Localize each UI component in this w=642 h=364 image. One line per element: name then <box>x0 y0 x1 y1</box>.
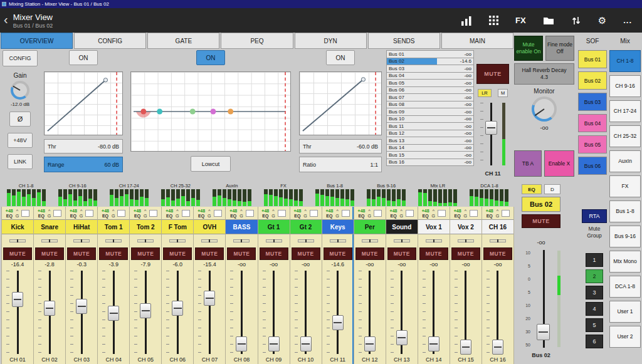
peq-graph[interactable] <box>130 71 291 152</box>
pan-slider[interactable] <box>169 239 186 242</box>
fader[interactable] <box>418 269 450 356</box>
eq-band-dot[interactable] <box>211 109 216 115</box>
mix-ch-25-32[interactable]: CH 25-32 <box>609 125 641 147</box>
mute-button[interactable]: MUTE <box>67 247 96 260</box>
gate-on-button[interactable]: ON <box>69 50 98 65</box>
pan-slider[interactable] <box>394 239 410 242</box>
fx-button[interactable]: FX <box>515 16 526 25</box>
fader-cap[interactable] <box>140 303 151 318</box>
mute-button[interactable]: MUTE <box>99 247 128 260</box>
dyn-threshold-field[interactable]: Thr -60.0 dB <box>299 139 382 153</box>
fader[interactable] <box>450 269 482 356</box>
config-button[interactable]: CONFIG <box>3 50 38 66</box>
fader-cap[interactable] <box>428 336 439 351</box>
levels-icon[interactable] <box>461 16 472 26</box>
enable-x-button[interactable]: Enable X <box>544 150 574 177</box>
mute-button[interactable]: MUTE <box>324 247 352 260</box>
selected-fader[interactable] <box>475 101 510 167</box>
scribble-strip[interactable]: Vox 2 <box>450 219 482 234</box>
mute-button[interactable]: MUTE <box>195 247 224 260</box>
lr-assign-button[interactable]: LR <box>478 89 492 97</box>
fader-cap[interactable] <box>396 330 408 345</box>
fader[interactable] <box>130 269 161 356</box>
gain-knob[interactable] <box>11 81 29 100</box>
mix-ch-1-8[interactable]: CH 1-8 <box>609 50 641 72</box>
sof-bus-03[interactable]: Bus 03 <box>578 93 607 111</box>
mix-auxin[interactable]: AuxIn <box>609 150 641 172</box>
output-fader-cap[interactable] <box>537 324 550 340</box>
mix-fx[interactable]: FX <box>609 175 641 197</box>
pan-slider[interactable] <box>9 239 26 242</box>
sof-bus-06[interactable]: Bus 06 <box>578 157 607 175</box>
send-row-bus-16[interactable]: Bus 16-oo <box>386 159 474 167</box>
fader[interactable] <box>258 269 290 356</box>
mix-user-1[interactable]: User 1 <box>609 301 641 323</box>
mute-group-1[interactable]: 1 <box>586 253 603 267</box>
output-mute-button[interactable]: MUTE <box>522 214 560 228</box>
overflow-icon[interactable]: ... <box>623 16 632 25</box>
scribble-strip[interactable]: Gt 1 <box>258 219 290 234</box>
eq-band-dot[interactable] <box>140 109 146 115</box>
monitor-knob[interactable] <box>532 96 557 122</box>
dyn-on-button[interactable]: ON <box>326 50 355 65</box>
mono-assign-button[interactable]: M <box>498 89 508 97</box>
fader[interactable] <box>66 269 97 356</box>
mute-group-5[interactable]: 5 <box>586 318 603 332</box>
scribble-strip[interactable]: Tom 1 <box>98 219 129 234</box>
pan-slider[interactable] <box>137 239 154 242</box>
pan-slider[interactable] <box>298 239 314 242</box>
mix-mtx-mono[interactable]: Mtx Mono <box>609 251 641 273</box>
fader-cap[interactable] <box>236 336 247 351</box>
pan-slider[interactable] <box>266 239 282 242</box>
scribble-strip[interactable]: BASS <box>226 219 257 234</box>
rta-button[interactable]: RTA <box>582 209 607 223</box>
selected-mute-button[interactable]: MUTE <box>476 64 509 84</box>
selected-fader-cap[interactable] <box>485 121 497 135</box>
phase-button[interactable]: Ø <box>9 112 31 127</box>
back-button[interactable]: ‹ <box>0 13 13 29</box>
mix-ch-17-24[interactable]: CH 17-24 <box>609 100 641 122</box>
scribble-strip[interactable]: Keys <box>322 219 354 234</box>
scribble-strip[interactable]: Kick <box>2 219 33 234</box>
scribble-strip[interactable]: Per <box>354 219 386 234</box>
fader-cap[interactable] <box>364 336 376 351</box>
folder-icon[interactable] <box>543 16 554 25</box>
pan-slider[interactable] <box>362 239 378 242</box>
fader[interactable] <box>162 269 193 356</box>
fader[interactable] <box>226 269 257 356</box>
pan-slider[interactable] <box>201 239 218 242</box>
fader-cap[interactable] <box>204 291 215 306</box>
pan-slider[interactable] <box>458 239 474 242</box>
scribble-strip[interactable]: F Tom <box>162 219 193 234</box>
fader[interactable] <box>354 269 386 356</box>
fader-cap[interactable] <box>172 301 183 316</box>
effect-param-display[interactable]: Hall Reverb Decay 4.3 <box>514 63 574 85</box>
mute-button[interactable]: MUTE <box>387 247 416 260</box>
scribble-strip[interactable]: HiHat <box>66 219 97 234</box>
fader-cap[interactable] <box>300 336 312 351</box>
pan-slider[interactable] <box>105 239 122 242</box>
tab-overview[interactable]: OVERVIEW <box>1 33 73 49</box>
scribble-strip[interactable]: Tom 2 <box>130 219 161 234</box>
tab-gate[interactable]: GATE <box>147 33 219 49</box>
io-arrows-icon[interactable] <box>571 16 581 26</box>
mute-group-4[interactable]: 4 <box>586 302 603 316</box>
mix-user-2[interactable]: User 2 <box>609 326 641 348</box>
mute-enable-button[interactable]: Mute enable On <box>514 36 543 61</box>
talkback-button[interactable]: TB A <box>514 150 542 177</box>
output-scribble-strip[interactable]: Bus 02 <box>522 197 560 212</box>
output-eq-button[interactable]: EQ <box>522 184 542 194</box>
mix-bus-1-8[interactable]: Bus 1-8 <box>609 200 641 222</box>
scribble-strip[interactable]: Gt 2 <box>290 219 322 234</box>
fader-cap[interactable] <box>44 301 55 316</box>
fader-cap[interactable] <box>332 315 344 330</box>
gate-threshold-field[interactable]: Thr -80.0 dB <box>44 139 123 153</box>
gate-graph[interactable] <box>44 71 123 135</box>
sof-bus-05[interactable]: Bus 05 <box>578 135 607 153</box>
settings-icon[interactable]: ⚙ <box>598 16 606 25</box>
fine-mode-button[interactable]: Fine mode Off <box>545 36 574 61</box>
eq-band-dot[interactable] <box>157 109 162 115</box>
gate-range-field[interactable]: Range 60 dB <box>44 157 123 172</box>
fader[interactable] <box>34 269 65 356</box>
mute-button[interactable]: MUTE <box>35 247 64 260</box>
